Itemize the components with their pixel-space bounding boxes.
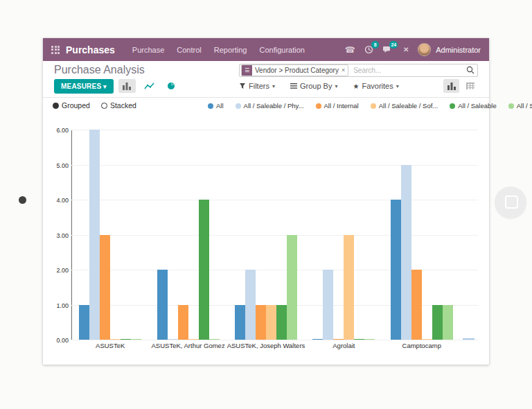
- discuss-x-icon[interactable]: ✕: [399, 44, 413, 56]
- bar[interactable]: [209, 339, 220, 340]
- plot-area: [71, 130, 478, 340]
- bar[interactable]: [312, 339, 323, 340]
- bar[interactable]: [235, 305, 245, 340]
- bar[interactable]: [422, 339, 432, 340]
- bar[interactable]: [266, 305, 276, 340]
- menu-group-by[interactable]: Group By▾: [290, 82, 337, 90]
- apps-grid-icon[interactable]: [51, 46, 60, 54]
- bar[interactable]: [157, 270, 168, 340]
- legend-item[interactable]: All / Saleable / Ser...: [508, 102, 532, 110]
- notification-badge: 24: [389, 41, 398, 49]
- bar[interactable]: [333, 339, 344, 340]
- pivot-view-button[interactable]: [462, 79, 478, 93]
- legend-dot-icon: [316, 103, 321, 109]
- user-menu[interactable]: Administrator: [436, 46, 481, 54]
- bar[interactable]: [79, 305, 89, 340]
- legend-item[interactable]: All / Saleable / Sof...: [371, 102, 438, 110]
- nav-item-control[interactable]: Control: [172, 44, 206, 56]
- line-chart-type-button[interactable]: [141, 79, 158, 93]
- x-tick-label: Agrolait: [299, 342, 389, 349]
- nav-icons: ☎824✕: [343, 44, 413, 56]
- facet-label: Vendor > Product Category: [252, 65, 342, 76]
- legend-dot-icon: [208, 103, 213, 109]
- bar[interactable]: [256, 305, 266, 340]
- bar[interactable]: [364, 339, 375, 340]
- bar[interactable]: [110, 339, 121, 340]
- x-tick-label: ASUSTeK: [65, 342, 155, 349]
- bar[interactable]: [199, 200, 209, 340]
- legend-dot-icon: [450, 103, 455, 109]
- bar[interactable]: [89, 130, 100, 340]
- search-facet[interactable]: ☰ Vendor > Product Category ×: [241, 64, 348, 76]
- y-tick-label: 4.00: [43, 197, 69, 204]
- bar[interactable]: [168, 339, 178, 340]
- bar[interactable]: [178, 305, 188, 340]
- bar[interactable]: [344, 235, 354, 340]
- bar-chart-icon: [122, 82, 132, 90]
- mode-option-grouped[interactable]: Grouped: [53, 101, 90, 110]
- radio-icon: [53, 103, 59, 109]
- radio-icon: [101, 103, 107, 109]
- bar[interactable]: [100, 235, 110, 340]
- y-tick-label: 5.00: [43, 162, 69, 169]
- bar[interactable]: [391, 200, 401, 340]
- bar[interactable]: [443, 305, 453, 340]
- search-input[interactable]: [352, 66, 466, 75]
- activity-clock-icon[interactable]: 8: [362, 44, 375, 56]
- mode-option-stacked[interactable]: Stacked: [101, 101, 136, 110]
- menu-favorites[interactable]: ★Favorites▾: [353, 82, 398, 90]
- bar[interactable]: [131, 339, 141, 340]
- star-icon: ★: [353, 82, 359, 90]
- bar[interactable]: [276, 305, 287, 340]
- bar[interactable]: [287, 235, 297, 340]
- nav-item-reporting[interactable]: Reporting: [209, 44, 252, 56]
- bar[interactable]: [411, 270, 422, 340]
- gridline: [71, 165, 478, 166]
- legend-item[interactable]: All / Saleable / Phy...: [236, 102, 304, 110]
- control-panel-bottom: MEASURES Filters▾Group By▾★Favorites▾: [54, 78, 478, 94]
- graph-view-button[interactable]: [443, 79, 459, 93]
- facet-remove-icon[interactable]: ×: [342, 65, 348, 76]
- messages-icon[interactable]: 24: [380, 44, 394, 56]
- record-dot: [19, 196, 26, 204]
- page: Purchases PurchaseControlReportingConfig…: [0, 0, 532, 409]
- bar[interactable]: [188, 339, 199, 340]
- y-tick-label: 6.00: [43, 127, 69, 134]
- phone-icon[interactable]: ☎: [343, 44, 357, 56]
- bar-chart-type-button[interactable]: [118, 79, 136, 93]
- legend-item[interactable]: All / Saleable: [450, 102, 496, 110]
- y-tick-label: 1.00: [43, 302, 69, 309]
- app-name[interactable]: Purchases: [66, 44, 115, 55]
- pie-chart-type-button[interactable]: [163, 79, 180, 93]
- y-tick-label: 2.00: [43, 267, 69, 274]
- legend-dot-icon: [508, 103, 514, 109]
- menu-filters[interactable]: Filters▾: [239, 82, 275, 90]
- gridline: [71, 200, 478, 200]
- screenshot-button[interactable]: [495, 186, 526, 218]
- y-tick-label: 3.00: [43, 232, 69, 239]
- pivot-view-icon: [466, 82, 475, 90]
- bar[interactable]: [121, 339, 131, 340]
- graph-view-icon: [447, 82, 456, 90]
- control-panel-top: Purchase Analysis ☰ Vendor > Product Cat…: [54, 61, 478, 79]
- legend-item[interactable]: All: [208, 102, 224, 110]
- legend-item[interactable]: All / Internal: [316, 102, 359, 110]
- legend-dot-icon: [236, 103, 241, 109]
- view-switcher: [443, 79, 478, 93]
- bar[interactable]: [354, 339, 364, 340]
- bar[interactable]: [401, 165, 411, 340]
- panel-divider: [43, 97, 489, 98]
- pie-chart-icon: [167, 82, 175, 90]
- bar[interactable]: [245, 270, 256, 340]
- bar[interactable]: [323, 270, 333, 340]
- bar[interactable]: [432, 305, 443, 340]
- nav-item-configuration[interactable]: Configuration: [254, 44, 309, 56]
- navbar-left: Purchases PurchaseControlReportingConfig…: [51, 44, 310, 56]
- nav-item-purchase[interactable]: Purchase: [127, 44, 169, 56]
- camera-icon: [505, 195, 518, 209]
- search-icon[interactable]: [466, 66, 475, 74]
- notification-badge: 8: [371, 41, 379, 49]
- search-bar[interactable]: ☰ Vendor > Product Category ×: [239, 64, 478, 77]
- measures-button[interactable]: MEASURES: [54, 79, 114, 94]
- navbar: Purchases PurchaseControlReportingConfig…: [43, 38, 489, 61]
